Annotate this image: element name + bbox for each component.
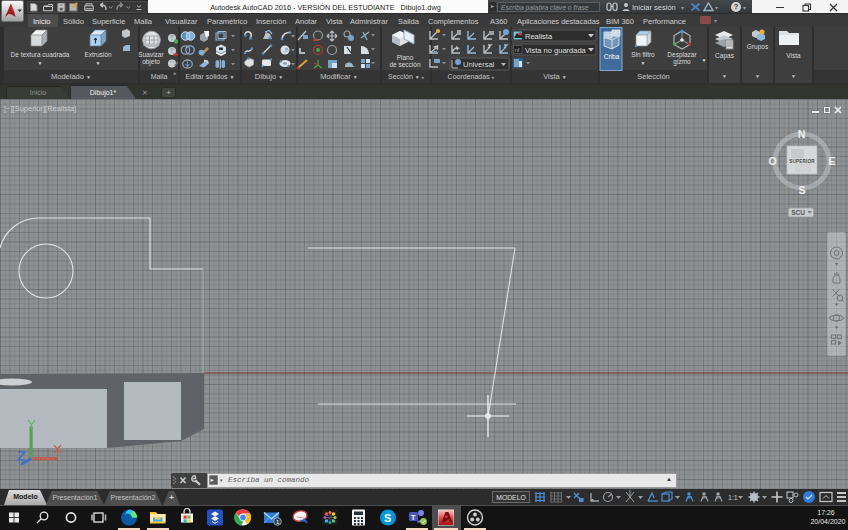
- svg-text:Vista no guardada: Vista no guardada: [525, 46, 587, 55]
- svg-text:S: S: [798, 184, 805, 196]
- svg-text:E: E: [828, 155, 835, 167]
- svg-text:SUPERIOR: SUPERIOR: [789, 159, 815, 164]
- svg-text:1:1: 1:1: [728, 494, 738, 501]
- svg-text:S: S: [384, 512, 391, 524]
- svg-text:T: T: [411, 513, 416, 522]
- svg-text:O: O: [768, 155, 776, 167]
- svg-text:Universal: Universal: [463, 60, 495, 69]
- svg-text:Realista: Realista: [525, 32, 553, 41]
- svg-text:N: N: [798, 128, 806, 140]
- svg-text:SCU: SCU: [791, 209, 805, 216]
- svg-text:nf: nf: [515, 47, 520, 53]
